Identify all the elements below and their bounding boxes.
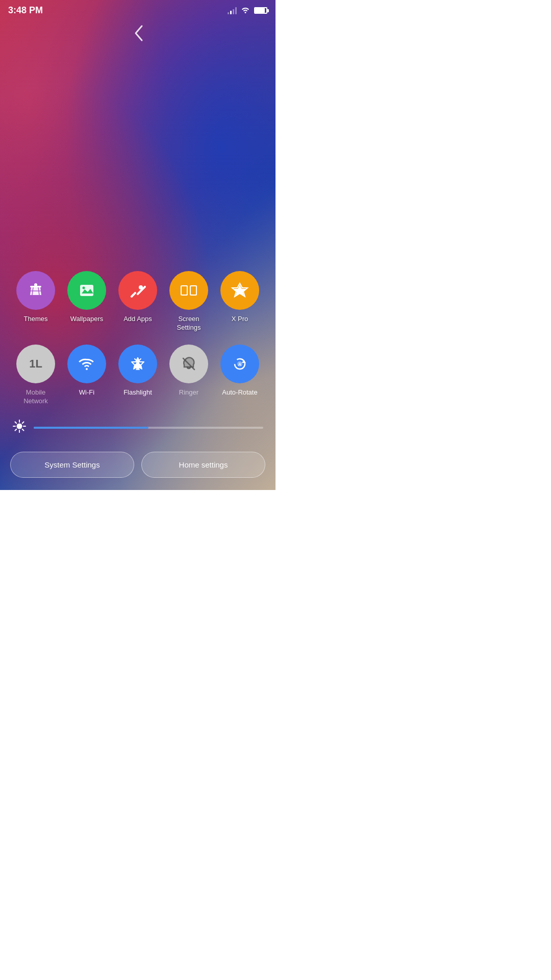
add-apps-label: Add Apps — [123, 315, 152, 324]
svg-rect-17 — [136, 360, 139, 364]
svg-rect-11 — [182, 286, 187, 295]
themes-icon[interactable] — [16, 271, 55, 310]
battery-icon — [254, 7, 267, 14]
signal-icon — [228, 7, 237, 14]
toggle-wifi[interactable]: Wi-Fi — [64, 345, 110, 406]
wifi-toggle-label: Wi-Fi — [79, 388, 94, 397]
svg-line-21 — [140, 359, 141, 360]
status-icons — [228, 6, 267, 15]
app-item-x-pro[interactable]: X Pro — [217, 271, 263, 332]
svg-rect-2 — [35, 284, 37, 286]
x-pro-label: X Pro — [232, 315, 248, 324]
svg-rect-7 — [130, 292, 137, 299]
wifi-status-icon — [241, 6, 250, 15]
ringer-label: Ringer — [179, 388, 198, 397]
wallpapers-icon[interactable] — [67, 271, 106, 310]
main-content: Themes Wallpapers Add App — [0, 261, 276, 490]
svg-rect-4 — [80, 285, 93, 296]
svg-line-36 — [22, 422, 24, 424]
status-bar: 3:48 PM — [0, 0, 276, 19]
brightness-icon — [12, 419, 27, 436]
auto-rotate-icon[interactable]: A — [220, 345, 259, 383]
screen-settings-icon[interactable] — [169, 271, 208, 310]
home-settings-button[interactable]: Home settings — [141, 452, 265, 478]
mobile-network-icon[interactable]: 1L — [16, 345, 55, 383]
svg-line-37 — [15, 429, 17, 431]
add-apps-icon[interactable] — [118, 271, 157, 310]
status-time: 3:48 PM — [8, 5, 43, 16]
bottom-buttons: System Settings Home settings — [0, 445, 276, 490]
brightness-slider-track[interactable] — [34, 427, 263, 429]
svg-point-29 — [17, 424, 22, 429]
svg-point-8 — [139, 285, 143, 289]
app-item-add-apps[interactable]: Add Apps — [115, 271, 161, 332]
chevron-container[interactable] — [0, 19, 276, 39]
x-pro-icon[interactable] — [220, 271, 259, 310]
svg-text:A: A — [238, 362, 242, 367]
toggle-mobile-network[interactable]: 1L MobileNetwork — [13, 345, 59, 406]
auto-rotate-label: Auto-Rotate — [222, 388, 257, 397]
svg-line-22 — [135, 359, 136, 360]
svg-rect-19 — [136, 368, 139, 370]
wallpapers-label: Wallpapers — [70, 315, 104, 324]
svg-marker-18 — [134, 364, 141, 368]
svg-point-5 — [83, 287, 85, 289]
toggle-auto-rotate[interactable]: A Auto-Rotate — [217, 345, 263, 406]
app-item-themes[interactable]: Themes — [13, 271, 59, 332]
wifi-toggle-icon[interactable] — [67, 345, 106, 383]
chevron-down-icon[interactable] — [132, 24, 144, 42]
themes-label: Themes — [24, 315, 48, 324]
svg-rect-12 — [191, 286, 196, 295]
flashlight-label: Flashlight — [123, 388, 152, 397]
app-item-wallpapers[interactable]: Wallpapers — [64, 271, 110, 332]
mobile-network-label: MobileNetwork — [23, 388, 48, 406]
svg-text:1L: 1L — [29, 357, 42, 370]
toggle-grid: 1L MobileNetwork Wi-Fi — [0, 337, 276, 411]
brightness-slider-fill — [34, 427, 148, 429]
screen-settings-label: ScreenSettings — [177, 315, 201, 332]
flashlight-icon[interactable] — [118, 345, 157, 383]
battery-fill — [255, 8, 265, 13]
svg-line-34 — [15, 422, 17, 424]
ringer-icon[interactable] — [169, 345, 208, 383]
app-item-screen-settings[interactable]: ScreenSettings — [166, 271, 212, 332]
toggle-flashlight[interactable]: Flashlight — [115, 345, 161, 406]
toggle-ringer[interactable]: Ringer — [166, 345, 212, 406]
app-grid: Themes Wallpapers Add App — [0, 261, 276, 337]
system-settings-button[interactable]: System Settings — [10, 452, 134, 478]
brightness-row — [0, 411, 276, 445]
svg-line-35 — [22, 429, 24, 431]
